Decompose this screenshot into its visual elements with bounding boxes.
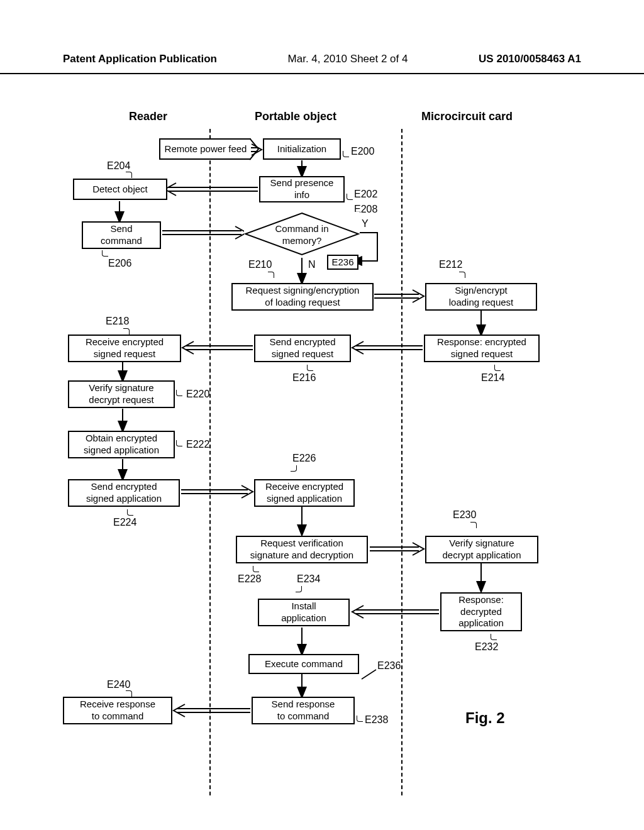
lbl-recvresp: Receive response to command	[80, 699, 155, 722]
box-detect-object: Detect object	[73, 179, 167, 200]
col-card: Microcircuit card	[421, 110, 513, 123]
lbl-remote-power: Remote power feed	[165, 143, 247, 155]
box-sign-encrypt: Sign/encrypt loading request	[425, 283, 537, 311]
ref-e212: E212	[439, 259, 462, 270]
box-receive-response: Receive response to command	[63, 697, 172, 724]
box-response-decrypted: Response: decrypted application	[440, 592, 522, 631]
box-request-verification: Request verification signature and decry…	[236, 536, 368, 563]
ref-e220: E220	[186, 389, 209, 400]
lbl-sendcmd: Send command	[101, 223, 142, 247]
pub-label: Patent Application Publication	[63, 53, 217, 65]
lbl-obtain: Obtain encrypted signed application	[84, 433, 159, 456]
lbl-detect: Detect object	[92, 184, 148, 196]
lbl-init: Initialization	[277, 143, 326, 155]
ref-e200: E200	[351, 146, 374, 157]
box-send-command: Send command	[82, 221, 161, 249]
col-portable: Portable object	[255, 110, 336, 123]
figure-number: Fig. 2	[465, 709, 505, 727]
box-send-presence: Send presence info	[259, 176, 345, 202]
lbl-reqverify: Request verification signature and decry…	[250, 538, 353, 562]
ref-e206: E206	[108, 258, 131, 269]
lbl-sendresp: Send response to command	[272, 699, 335, 722]
ref-e236: E236	[377, 660, 401, 672]
ref-e224: E224	[113, 517, 136, 528]
ref-e210: E210	[248, 259, 272, 270]
box-obtain-app: Obtain encrypted signed application	[68, 431, 175, 458]
lbl-resp-enc-req: Response: encrypted signed request	[437, 336, 526, 360]
date-sheet: Mar. 4, 2010 Sheet 2 of 4	[288, 53, 408, 65]
page-header: Patent Application Publication Mar. 4, 2…	[0, 50, 644, 74]
decision-y: Y	[362, 218, 369, 230]
box-e236-loop: E236	[327, 255, 358, 270]
box-receive-encrypted-app: Receive encrypted signed application	[254, 479, 355, 507]
box-remote-power: Remote power feed	[159, 138, 251, 160]
box-request-signing: Request signing/encryption of loading re…	[231, 283, 374, 311]
swimlane-divider-2	[401, 129, 402, 795]
box-send-response: Send response to command	[252, 697, 355, 724]
ref-e218: E218	[106, 316, 129, 327]
lbl-recv-enc-req: Receive encrypted signed request	[86, 336, 164, 360]
decision-command-in-memory: Command in memory?	[244, 212, 360, 256]
box-receive-encrypted-req: Receive encrypted signed request	[68, 335, 181, 362]
lbl-send-app: Send encrypted signed application	[86, 481, 162, 505]
lbl-respdec: Response: decrypted application	[458, 594, 504, 629]
pub-number: US 2010/0058463 A1	[479, 53, 581, 65]
box-send-encrypted-app: Send encrypted signed application	[68, 479, 180, 507]
lbl-verify-app: Verify signature decrypt application	[442, 538, 521, 562]
box-initialization: Initialization	[263, 138, 341, 160]
lbl-exec: Execute command	[265, 658, 343, 670]
ref-e238: E238	[365, 714, 388, 726]
ref-e214: E214	[481, 372, 504, 384]
box-verify-sig-app: Verify signature decrypt application	[425, 536, 538, 563]
ref-e234: E234	[297, 573, 320, 585]
col-reader: Reader	[129, 110, 167, 123]
lbl-reqsign: Request signing/encryption of loading re…	[246, 285, 360, 309]
lbl-install: Install application	[281, 600, 326, 624]
lbl-diamond: Command in memory?	[244, 223, 360, 247]
lbl-presence: Send presence info	[270, 177, 334, 201]
ref-e222: E222	[186, 439, 209, 450]
box-send-encrypted-req: Send encrypted signed request	[254, 335, 351, 362]
flowchart: Reader Portable object Microcircuit card	[0, 88, 644, 799]
ref-e226: E226	[292, 453, 316, 464]
box-install-app: Install application	[258, 599, 350, 626]
lbl-e236box: E236	[331, 257, 353, 268]
decision-n: N	[308, 259, 316, 270]
box-execute-command: Execute command	[248, 654, 359, 674]
ref-e228: E228	[238, 573, 261, 585]
ref-e230: E230	[453, 509, 476, 521]
ref-e202: E202	[354, 189, 377, 200]
lbl-send-enc-req: Send encrypted signed request	[269, 336, 335, 360]
lbl-signenc: Sign/encrypt loading request	[449, 285, 514, 309]
ref-e232: E232	[475, 641, 498, 653]
box-verify-sig-req: Verify signature decrypt request	[68, 380, 175, 408]
ref-e240: E240	[107, 679, 130, 690]
swimlane-divider-1	[209, 129, 211, 795]
lbl-verify-req: Verify signature decrypt request	[89, 382, 153, 406]
box-response-encrypted-req: Response: encrypted signed request	[424, 335, 540, 362]
ref-e204: E204	[107, 160, 130, 172]
lbl-recv-app: Receive encrypted signed application	[265, 481, 343, 505]
ref-e216: E216	[292, 372, 316, 384]
